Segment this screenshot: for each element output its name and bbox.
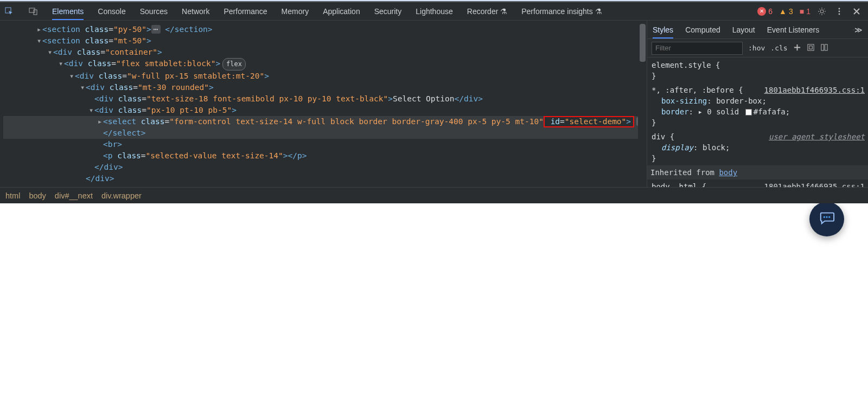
inherited-from-link[interactable]: body xyxy=(719,168,737,177)
tab-recorder[interactable]: Recorder ⚗ xyxy=(467,3,507,20)
styles-pane: Styles Computed Layout Event Listeners ≫… xyxy=(647,21,868,187)
issue-count[interactable]: ■1 xyxy=(800,7,810,16)
crumb-body[interactable]: body xyxy=(29,191,46,200)
flask-icon: ⚗ xyxy=(500,7,507,16)
tab-performance[interactable]: Performance xyxy=(224,3,267,20)
styles-tab-event-listeners[interactable]: Event Listeners xyxy=(767,22,820,38)
svg-point-9 xyxy=(839,13,840,15)
hov-toggle[interactable]: :hov xyxy=(748,44,765,52)
dom-breadcrumbs: html body div#__next div.wrapper xyxy=(0,187,868,203)
svg-point-0 xyxy=(824,216,825,218)
svg-rect-13 xyxy=(825,44,827,50)
device-toggle-icon[interactable] xyxy=(28,7,38,16)
issue-icon: ■ xyxy=(800,7,804,16)
color-swatch[interactable] xyxy=(745,109,752,115)
page-body: Select Option Please select Multi Select… xyxy=(0,46,868,203)
more-tabs-icon[interactable]: ≫ xyxy=(853,25,863,35)
toggle-common-icon[interactable] xyxy=(807,43,815,53)
crumb-html[interactable]: html xyxy=(5,191,20,200)
tab-memory[interactable]: Memory xyxy=(282,3,309,20)
devtools-panel: Elements Console Sources Network Perform… xyxy=(0,1,868,203)
svg-point-8 xyxy=(839,10,840,12)
flex-badge[interactable]: flex xyxy=(222,58,246,70)
tab-console[interactable]: Console xyxy=(98,3,125,20)
kebab-icon[interactable] xyxy=(834,7,844,16)
selected-dom-node[interactable]: ▸<select class="form-control text-size-1… xyxy=(3,116,647,127)
css-source-link[interactable]: 1801aebb1f466935.css:1 xyxy=(764,85,865,95)
devtools-status: ✕6 ▲3 ■1 xyxy=(757,7,864,16)
inspect-icon[interactable] xyxy=(4,7,14,16)
tab-security[interactable]: Security xyxy=(374,3,402,20)
warning-icon: ▲ xyxy=(779,7,787,16)
chat-fab[interactable] xyxy=(809,202,844,236)
styles-tab-styles[interactable]: Styles xyxy=(653,22,673,38)
ua-stylesheet-label: user agent stylesheet xyxy=(769,131,865,142)
cls-toggle[interactable]: .cls xyxy=(770,44,787,52)
styles-rules[interactable]: element.style { } 1801aebb1f466935.css:1… xyxy=(647,57,868,187)
devtools-tabbar: Elements Console Sources Network Perform… xyxy=(0,2,868,21)
crumb-wrapper[interactable]: div.wrapper xyxy=(101,191,142,200)
tab-application[interactable]: Application xyxy=(323,3,360,20)
new-style-rule-icon[interactable] xyxy=(793,43,801,53)
styles-tab-layout[interactable]: Layout xyxy=(732,22,755,38)
error-count[interactable]: ✕6 xyxy=(757,7,773,16)
css-source-link[interactable]: 1801aebb1f466935.css:1 xyxy=(764,181,865,187)
styles-filter-input[interactable] xyxy=(652,42,743,55)
tab-perf-insights[interactable]: Performance insights ⚗ xyxy=(521,3,602,20)
gear-icon[interactable] xyxy=(817,7,827,16)
flask-icon: ⚗ xyxy=(595,7,602,16)
tab-lighthouse[interactable]: Lighthouse xyxy=(416,3,453,20)
svg-point-7 xyxy=(839,8,840,9)
svg-point-1 xyxy=(826,216,828,218)
tab-sources[interactable]: Sources xyxy=(140,3,168,20)
chat-icon xyxy=(819,210,835,228)
computed-toggle-icon[interactable] xyxy=(820,43,828,53)
dom-tree[interactable]: ▸<section class="py-50">⋯ </section> ▾<s… xyxy=(0,21,647,187)
svg-rect-12 xyxy=(821,44,824,50)
close-icon[interactable] xyxy=(852,7,861,16)
svg-point-6 xyxy=(820,10,824,13)
styles-tab-computed[interactable]: Computed xyxy=(685,22,720,38)
tab-elements[interactable]: Elements xyxy=(52,3,84,20)
svg-point-2 xyxy=(828,216,830,218)
warning-count[interactable]: ▲3 xyxy=(779,7,793,16)
id-highlight: id="select-demo"> xyxy=(544,116,634,127)
dom-scrollbar[interactable] xyxy=(638,21,647,187)
svg-rect-11 xyxy=(809,46,812,49)
crumb-next[interactable]: div#__next xyxy=(55,191,93,200)
svg-rect-10 xyxy=(808,44,814,50)
tab-network[interactable]: Network xyxy=(182,3,209,20)
